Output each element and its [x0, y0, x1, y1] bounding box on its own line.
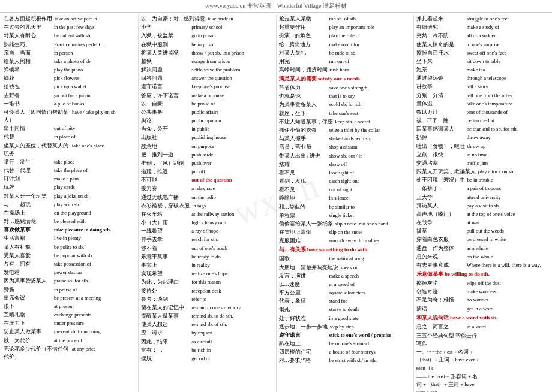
english-text: at a speed of	[329, 281, 411, 288]
english-text: take possession of	[54, 260, 136, 268]
english-text: remind sb. of sth.	[191, 321, 273, 328]
chinese-text: 拔草	[416, 227, 464, 235]
chinese-text: 接力赛	[141, 185, 189, 192]
table-row: 一条裤子a pair of trousers	[416, 185, 548, 192]
table-row: 平方公里square kilometers	[279, 289, 411, 297]
chinese-text: 对…要求严格	[279, 357, 327, 364]
english-text: settle/solve the problem	[191, 66, 273, 74]
table-row: 带某人出出 / 进进show sb. out / in	[279, 152, 411, 160]
english-text: power station	[54, 269, 136, 276]
english-text: make room for	[329, 41, 411, 49]
column-2: 以…为自豪；对…感到得意take pride in小学primary schoo…	[139, 15, 276, 392]
english-text: be in trouble	[467, 176, 548, 184]
english-text: make a plan	[54, 175, 136, 183]
table-row: 推倒，（风）刮倒push over	[141, 159, 273, 167]
table-row: 偷偷塞给某人一张纸条slip a note into one's hand	[279, 220, 411, 228]
table-row: 坐某人的座位，代替某人的职务take one's place	[4, 142, 136, 158]
table-row: 当众，公开in public	[141, 125, 273, 133]
chinese-text: 炫耀	[279, 161, 327, 168]
english-text: live in plenty	[54, 234, 136, 242]
english-text: refer to	[191, 295, 273, 303]
table-row: 入狱，被监禁go to prison	[141, 32, 273, 40]
chinese-text: 为某事责备某人	[279, 101, 327, 108]
chinese-text: 在战争	[416, 219, 464, 227]
table-row: 生活富裕live in plenty	[4, 234, 136, 242]
table-row: 拾钱包pick up a wallet	[4, 83, 136, 91]
english-text: tell a story	[467, 83, 548, 91]
chinese-text: 抢走某人某物	[279, 15, 327, 23]
chinese-text: 眼下	[4, 303, 52, 310]
english-text: publishing house	[191, 134, 273, 141]
chinese-text: 在狱中服刑	[141, 41, 189, 49]
chinese-text: 答应，许下诺言	[141, 92, 189, 99]
table-row: 为某事责备某人scold sb. for sth.	[279, 101, 411, 108]
english-text: public opinion	[191, 117, 273, 125]
chinese-text: 单程票	[279, 212, 327, 219]
english-text: square kilometers	[329, 289, 411, 297]
table-row: 留在某人的记忆中remain in one's memory	[141, 304, 273, 312]
table-row: 无论花多少代价（不惜任何代价）at any price	[4, 345, 136, 361]
table-row: —— the most + 形容词 + 名词 +（that）+ 主词 + hav…	[416, 373, 548, 392]
english-text: out of the question	[191, 176, 273, 184]
english-text: in praise of	[54, 286, 136, 294]
chinese-text: 亲自，当面	[4, 49, 52, 57]
english-text: starve to death	[329, 306, 411, 313]
english-text: traffic jam	[467, 159, 548, 167]
table-row: 给…腾出地方make room for	[279, 41, 411, 49]
table-row: 节省体力save one's strength	[279, 84, 411, 92]
table-row: 对…要求严格be strict with sb/ in sth.	[279, 357, 411, 364]
table-row: 四层楼的住宅a house of four storeys	[279, 348, 411, 356]
chinese-text: 不可能	[141, 176, 189, 184]
table-row: 代表，象征stand for	[279, 297, 411, 305]
chinese-text: 以…为代价	[4, 337, 52, 345]
table-row: 高峰时间，拥挤时间rush hour	[279, 66, 411, 74]
chinese-text: 使某人惊奇的是	[416, 41, 464, 49]
english-text: remain in one's memory	[191, 304, 273, 312]
english-text: reach for sth.	[191, 236, 273, 243]
table-row: 创造奇迹make wonders	[416, 288, 548, 295]
chinese-text: 代替，代理	[4, 167, 52, 174]
english-text: as a whole	[467, 245, 548, 252]
table-row: 事实上in reality	[141, 261, 273, 269]
chinese-text: 出席会议	[4, 294, 52, 302]
table-row: 乐意于某事be ready to do	[141, 253, 273, 261]
chinese-text: 看不见	[279, 186, 327, 194]
table-row: 看不见out of sight	[279, 186, 411, 194]
table-row: 扮演…的角色play the role of	[279, 32, 411, 40]
table-row: 在操场上on the playground	[4, 209, 136, 217]
chinese-text: 总的来说	[416, 253, 464, 261]
chinese-text: 应…请求	[141, 329, 189, 337]
chinese-text: 泡茶	[416, 66, 464, 74]
table-row: 有志者事竟成Where there is a will, there is a …	[416, 261, 548, 269]
table-row: 熟能生巧。Practice makes perfect.	[4, 41, 136, 49]
table-row: 接待处reception desk	[141, 287, 273, 295]
english-text: in a good state	[329, 315, 411, 322]
chinese-text: 不让人知道某事，保密	[279, 118, 333, 126]
chinese-text: 一线希望	[141, 227, 189, 235]
english-text: at the price of	[54, 337, 136, 345]
chinese-text: 吐出（食物），呕吐	[416, 143, 465, 150]
chinese-text: 讲故事	[416, 83, 464, 91]
table-row: 抓住小偷的衣领seize a thief by the collar	[279, 126, 411, 134]
table-row: 舆论public opinion	[141, 117, 273, 125]
chinese-text: 穿着白色衣服	[416, 236, 464, 243]
chinese-text: 互赠礼物	[4, 311, 52, 319]
chinese-text: 拖延，推迟	[141, 168, 189, 176]
table-row: 大胆地，清楚并响亮地说speak out	[279, 264, 411, 272]
chinese-text: 挣扎着起来	[416, 15, 464, 23]
table-row: 上大学attend university	[416, 194, 548, 201]
english-text: out of pity	[54, 125, 136, 132]
english-text: a pair of trousers	[467, 185, 548, 192]
english-text: be in prison	[191, 41, 273, 49]
chinese-text: 分别，分清	[416, 92, 464, 99]
chinese-text: 总之，简言之	[416, 323, 464, 331]
english-text: be proud of	[191, 100, 273, 108]
chinese-text: 可怜某人（因同情而帮助某人）	[4, 108, 70, 124]
english-text: throw / put sb. into prison	[191, 49, 273, 57]
english-text: rush hour	[330, 66, 411, 74]
english-text: pick flowers	[54, 74, 136, 82]
chinese-text: 立刻，很快	[416, 151, 464, 159]
table-row: 富有；…be rich in	[141, 346, 273, 354]
english-text: out of one's reach	[191, 245, 273, 252]
english-text: be thankful to sb. for sth.	[467, 125, 548, 133]
